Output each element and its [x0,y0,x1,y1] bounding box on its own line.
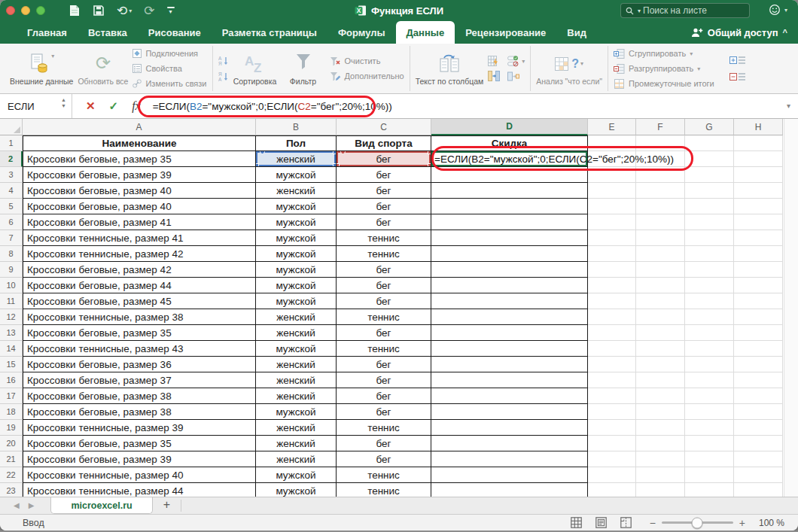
cell-A22[interactable]: Кроссовки теннисные, размер 40 [23,467,256,483]
close-window-button[interactable] [6,6,15,15]
cell-H4[interactable] [734,183,783,199]
cell-D1[interactable]: Скидка [431,135,588,151]
cell-E16[interactable] [588,372,636,388]
cell-C2[interactable]: бег [337,151,431,167]
cell-D17[interactable] [431,388,588,404]
undo-button[interactable]: ⟲▾ [117,5,132,17]
cell-G22[interactable] [685,467,734,483]
cell-H5[interactable] [734,199,783,214]
cell-D23[interactable] [431,483,588,497]
tab-Разметка страницы[interactable]: Разметка страницы [212,21,327,44]
cell-E9[interactable] [588,262,636,278]
collapse-ribbon-icon[interactable]: ^ [783,28,787,37]
cell-E5[interactable] [588,199,636,214]
cell-A15[interactable]: Кроссовки беговые, размер 36 [23,357,256,372]
cell-G9[interactable] [685,262,734,278]
cell-E14[interactable] [588,341,636,357]
zoom-in-button[interactable]: + [739,517,745,529]
cell-A12[interactable]: Кроссовки теннисные, размер 38 [23,309,256,325]
cell-G19[interactable] [685,420,734,436]
row-header-7[interactable]: 7 [0,230,23,246]
what-if-analysis-button[interactable]: ? ▾ Анализ "что если" [536,51,602,86]
cell-G14[interactable] [685,341,734,357]
cell-A18[interactable]: Кроссовки беговые, размер 38 [23,404,256,420]
cell-D12[interactable] [431,309,588,325]
cell-H20[interactable] [734,436,783,451]
cell-E7[interactable] [588,230,636,246]
cell-A3[interactable]: Кроссовки беговые, размер 39 [23,167,256,183]
cell-C8[interactable]: теннис [337,246,431,262]
cell-A23[interactable]: Кроссовки теннисные, размер 44 [23,483,256,497]
row-header-22[interactable]: 22 [0,467,23,483]
cell-C16[interactable]: бег [337,372,431,388]
row-header-20[interactable]: 20 [0,436,23,451]
cell-D10[interactable] [431,278,588,293]
cell-G2[interactable] [685,151,734,167]
cell-F6[interactable] [636,214,685,230]
sheet-tab-active[interactable]: microexcel.ru [50,497,152,514]
cell-G16[interactable] [685,372,734,388]
cell-H18[interactable] [734,404,783,420]
cell-H13[interactable] [734,325,783,341]
cell-H21[interactable] [734,451,783,467]
cell-F20[interactable] [636,436,685,451]
row-header-11[interactable]: 11 [0,293,23,309]
cell-E19[interactable] [588,420,636,436]
cell-F5[interactable] [636,199,685,214]
cell-B11[interactable]: мужской [256,293,337,309]
cell-C14[interactable]: теннис [337,341,431,357]
save-icon[interactable] [93,5,105,17]
show-detail-icon[interactable] [729,55,746,65]
cell-F15[interactable] [636,357,685,372]
redo-button[interactable]: ⟳ [144,5,154,17]
cell-A8[interactable]: Кроссовки теннисные, размер 42 [23,246,256,262]
cell-F8[interactable] [636,246,685,262]
cell-E6[interactable] [588,214,636,230]
cell-H22[interactable] [734,467,783,483]
cell-G1[interactable] [685,135,734,151]
cell-D22[interactable] [431,467,588,483]
cell-C21[interactable]: бег [337,451,431,467]
share-button[interactable]: Общий доступ ^ [691,21,787,44]
cell-F12[interactable] [636,309,685,325]
zoom-out-button[interactable]: − [650,517,656,529]
cell-F13[interactable] [636,325,685,341]
cell-C6[interactable]: бег [337,214,431,230]
cell-H23[interactable] [734,483,783,497]
cell-H11[interactable] [734,293,783,309]
cell-G10[interactable] [685,278,734,293]
column-header-B[interactable]: B [256,119,337,135]
row-header-15[interactable]: 15 [0,357,23,372]
cell-D15[interactable] [431,357,588,372]
row-header-6[interactable]: 6 [0,214,23,230]
selection-handle[interactable] [340,151,346,154]
name-box[interactable]: ЕСЛИ ▲▼ [0,94,72,118]
cell-E12[interactable] [588,309,636,325]
cell-A2[interactable]: Кроссовки беговые, размер 35 [23,151,256,167]
cell-C1[interactable]: Вид спорта [337,135,431,151]
zoom-window-button[interactable] [36,6,45,15]
cell-A1[interactable]: Наименование [23,135,256,151]
cell-D21[interactable] [431,451,588,467]
cell-E15[interactable] [588,357,636,372]
cell-C3[interactable]: бег [337,167,431,183]
cell-G11[interactable] [685,293,734,309]
cell-H8[interactable] [734,246,783,262]
cell-D7[interactable] [431,230,588,246]
column-header-A[interactable]: A [23,119,256,135]
cell-B7[interactable]: мужской [256,230,337,246]
cell-G17[interactable] [685,388,734,404]
confirm-entry-button[interactable]: ✓ [109,99,119,113]
minimize-window-button[interactable] [21,6,30,15]
cell-B21[interactable]: женский [256,451,337,467]
cell-C10[interactable]: бег [337,278,431,293]
cell-C11[interactable]: бег [337,293,431,309]
cell-F22[interactable] [636,467,685,483]
cell-D20[interactable] [431,436,588,451]
page-break-view-icon[interactable] [620,517,632,528]
cell-C17[interactable]: бег [337,388,431,404]
zoom-percentage[interactable]: 100 % [757,518,784,528]
cell-E21[interactable] [588,451,636,467]
column-header-D[interactable]: D [431,119,588,135]
cell-F16[interactable] [636,372,685,388]
